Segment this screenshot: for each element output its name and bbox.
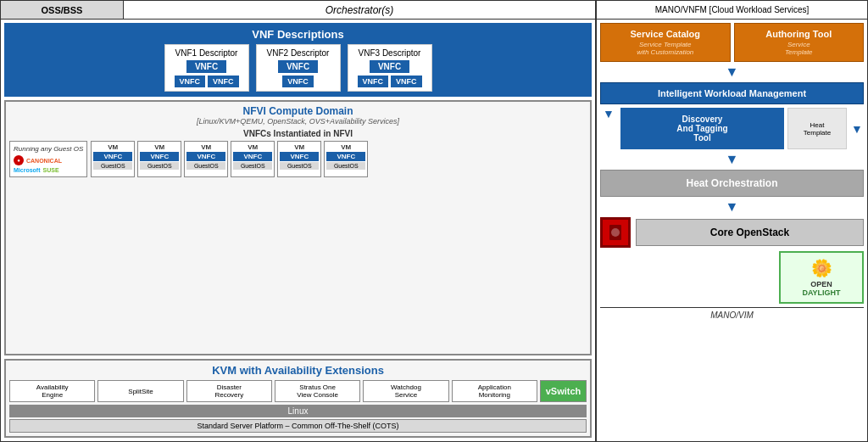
vm-box-4: VM VNFC GuestOS bbox=[231, 141, 275, 177]
vm-guestos-1: GuestOS bbox=[93, 162, 132, 170]
vm-box-6: VM VNFC GuestOS bbox=[324, 141, 368, 177]
vnf2-title: VNF2 Descriptor bbox=[267, 48, 330, 58]
vnf3-vnfc-top: VNFC bbox=[370, 60, 409, 73]
nfvi-section: NFVI Compute Domain [Linux/KVM+QEMU, Ope… bbox=[4, 100, 592, 355]
authoring-tool-box: Authoring Tool Service Template bbox=[734, 23, 865, 62]
vnf1-vnfc-b2: VNFC bbox=[208, 76, 239, 87]
vm-boxes: VM VNFC GuestOS VM VNFC GuestOS VM VNFC bbox=[91, 141, 368, 177]
vm-label-3: VM bbox=[201, 143, 211, 151]
opendaylight-row: 🌼 OPEN DAYLIGHT bbox=[600, 251, 864, 304]
cots-bar: Standard Server Platform – Common Off-Th… bbox=[9, 419, 587, 433]
vm-vnfc-3: VNFC bbox=[186, 152, 225, 161]
heat-orch-box: Heat Orchestration bbox=[600, 170, 864, 197]
arrow-down-3: ▼ bbox=[851, 123, 863, 135]
kvm-disaster-recovery: DisasterRecovery bbox=[186, 380, 272, 402]
kvm-splitsite: SplitSite bbox=[97, 380, 183, 402]
vnf3-vnfc-row: VNFC VNFC bbox=[358, 76, 422, 87]
vm-box-2: VM VNFC GuestOS bbox=[137, 141, 181, 177]
core-openstack-row: Core OpenStack bbox=[600, 217, 864, 248]
kvm-title: KVM with Availability Extensions bbox=[9, 364, 587, 377]
right-panel: Service Catalog Service Template with Cu… bbox=[596, 20, 867, 441]
nfvi-title: NFVI Compute Domain bbox=[9, 105, 587, 117]
service-catalog-label: Service Catalog bbox=[630, 29, 700, 39]
daylight-label: DAYLIGHT bbox=[802, 288, 840, 297]
iwm-box: Intelligent Workload Management bbox=[600, 82, 864, 104]
heat-template-label: Heat Template bbox=[804, 121, 831, 137]
kvm-availability-engine: AvailabilityEngine bbox=[9, 380, 95, 402]
vm-box-3: VM VNFC GuestOS bbox=[184, 141, 228, 177]
vnf3-vnfc-b2: VNFC bbox=[391, 76, 422, 87]
mano-top-boxes: Service Catalog Service Template with Cu… bbox=[600, 23, 864, 62]
vm-box-1: VM VNFC GuestOS bbox=[91, 141, 135, 177]
nfvi-subtitle: [Linux/KVM+QEMU, OpenStack, OVS+Availabi… bbox=[9, 117, 587, 126]
arrow-down-1: ▼ bbox=[600, 65, 864, 79]
main-container: OSS/BSS Orchestrator(s) MANO/VNFM [Cloud… bbox=[0, 0, 868, 442]
sunflower-icon: 🌼 bbox=[811, 258, 832, 278]
vm-guestos-5: GuestOS bbox=[280, 162, 319, 170]
kvm-stratus: Stratus OneView Console bbox=[275, 380, 360, 402]
vnf3-vnfc-b1: VNFC bbox=[358, 76, 389, 87]
vm-vnfc-5: VNFC bbox=[280, 152, 319, 161]
vm-vnfc-4: VNFC bbox=[233, 152, 272, 161]
mano-header-label: MANO/VNFM [Cloud Workload Services] bbox=[596, 1, 867, 19]
vm-box-5: VM VNFC GuestOS bbox=[277, 141, 321, 177]
vm-guestos-2: GuestOS bbox=[140, 162, 179, 170]
heat-template-box: Heat Template bbox=[787, 108, 847, 149]
discovery-box: Discovery And Tagging Tool bbox=[620, 108, 784, 149]
content-area: VNF Descriptions VNF1 Descriptor VNFC VN… bbox=[1, 20, 867, 441]
guest-os-box: Running any Guest OS ● CANONICAL Microso… bbox=[9, 141, 87, 177]
linux-bar: Linux bbox=[9, 405, 587, 417]
vm-guestos-3: GuestOS bbox=[186, 162, 225, 170]
vnf1-title: VNF1 Descriptor bbox=[175, 48, 238, 58]
vnf2-vnfc-top: VNFC bbox=[278, 60, 318, 73]
guest-os-title: Running any Guest OS bbox=[14, 145, 83, 153]
nfvi-inner-title: VNFCs Instantiated in NFVI bbox=[9, 129, 587, 138]
vnf-section: VNF Descriptions VNF1 Descriptor VNFC VN… bbox=[4, 23, 592, 97]
vnf2-vnfc-b1: VNFC bbox=[282, 76, 314, 87]
nfvi-content: Running any Guest OS ● CANONICAL Microso… bbox=[9, 141, 587, 177]
redhat-icon: ● bbox=[14, 155, 24, 165]
kvm-vswitch: vSwitch bbox=[540, 380, 587, 402]
vm-vnfc-2: VNFC bbox=[140, 152, 179, 161]
vnf1-vnfc-top: VNFC bbox=[186, 60, 226, 73]
vnf2-descriptor: VNF2 Descriptor VNFC VNFC bbox=[256, 44, 341, 92]
os-logos: ● CANONICAL Microsoft SUSE bbox=[14, 155, 83, 173]
vnf1-vnfc-b1: VNFC bbox=[175, 76, 206, 87]
vm-label-5: VM bbox=[294, 143, 304, 151]
authoring-tool-sub: Service Template bbox=[742, 41, 857, 56]
orchestrator-label: Orchestrator(s) bbox=[124, 1, 596, 19]
kvm-watchdog: Watchdog Service bbox=[363, 380, 448, 402]
os-row-2: Microsoft SUSE bbox=[14, 167, 83, 173]
arrow-down-4: ▼ bbox=[600, 153, 864, 166]
top-bar: OSS/BSS Orchestrator(s) MANO/VNFM [Cloud… bbox=[1, 1, 867, 20]
oss-bss-label: OSS/BSS bbox=[1, 1, 124, 19]
fire-icon bbox=[600, 217, 631, 248]
canonical-label: CANONICAL bbox=[26, 158, 62, 164]
vm-vnfc-6: VNFC bbox=[326, 152, 365, 161]
kvm-components: AvailabilityEngine SplitSite DisasterRec… bbox=[9, 380, 587, 402]
arrow-down-5: ▼ bbox=[600, 200, 864, 214]
discovery-label: Discovery And Tagging Tool bbox=[676, 115, 727, 143]
vnf1-vnfc-row: VNFC VNFC bbox=[175, 76, 239, 87]
vnf3-title: VNF3 Descriptor bbox=[359, 48, 421, 58]
vnf-descriptors: VNF1 Descriptor VNFC VNFC VNFC VNF2 Desc… bbox=[9, 44, 587, 92]
service-catalog-box: Service Catalog Service Template with Cu… bbox=[600, 23, 731, 62]
suse-label: SUSE bbox=[43, 167, 59, 173]
arrow-down-2: ▼ bbox=[603, 108, 615, 120]
vnf-title: VNF Descriptions bbox=[9, 28, 587, 41]
service-catalog-sub: Service Template with Customization bbox=[608, 41, 723, 56]
vnf2-vnfc-row: VNFC bbox=[282, 76, 314, 87]
vm-label-2: VM bbox=[154, 143, 164, 151]
vm-label-4: VM bbox=[248, 143, 258, 151]
left-panel: VNF Descriptions VNF1 Descriptor VNFC VN… bbox=[1, 20, 596, 441]
microsoft-label: Microsoft bbox=[14, 167, 41, 173]
open-label: OPEN bbox=[810, 280, 832, 288]
discovery-heat-row: ▼ Discovery And Tagging Tool Heat Templa… bbox=[600, 108, 864, 149]
kvm-app-monitoring: ApplicationMonitoring bbox=[452, 380, 537, 402]
vm-label-6: VM bbox=[341, 143, 351, 151]
core-openstack-box: Core OpenStack bbox=[636, 219, 864, 246]
vm-vnfc-1: VNFC bbox=[93, 152, 132, 161]
svg-point-2 bbox=[611, 228, 620, 237]
mano-vim-label: MANO/VIM bbox=[600, 307, 864, 320]
os-row-1: ● CANONICAL bbox=[14, 155, 83, 165]
